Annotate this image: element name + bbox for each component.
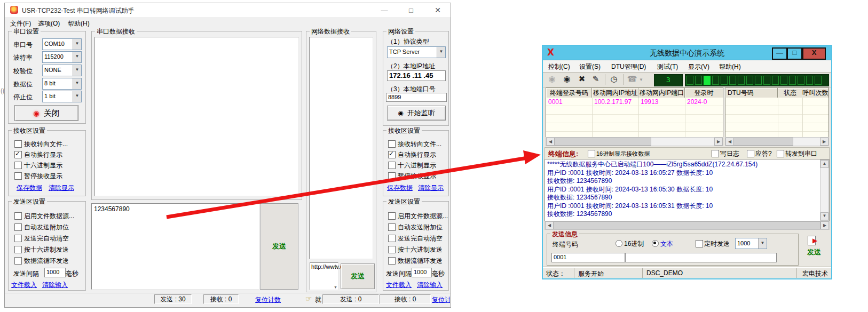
write-log-checkbox[interactable] [712,150,719,157]
net-send-button[interactable]: 发送 [341,263,375,289]
scroll-down-icon[interactable]: ▼ [820,212,828,220]
auto-append-checkbox[interactable] [14,223,22,231]
stop-icon[interactable]: ◉ [561,74,573,84]
net-send-as-hex-checkbox[interactable] [388,246,396,253]
menu-settings[interactable]: 设置(S) [579,62,601,71]
terminal-table-body[interactable]: 0001 100.2.171.97 19913 2024-0 [546,98,723,138]
send-message-button[interactable]: ▶ 发送 [801,236,827,262]
serial-reset-count-link[interactable]: 复位计数 [255,295,281,305]
maximize-button[interactable]: □ [405,6,417,15]
menu-options[interactable]: 选项(O) [38,19,60,28]
serial-recv-area[interactable] [94,37,299,196]
minimize-button[interactable]: — [772,47,787,60]
scrollbar-thumb[interactable] [553,221,820,229]
serial-send-input[interactable]: 1234567890 [91,203,259,290]
file-source-checkbox[interactable] [14,212,22,220]
delete-icon[interactable]: ✖ [576,74,588,84]
stopbits-select[interactable]: 1 bit▼ [42,91,82,102]
connect-icon[interactable]: ◉ [546,74,558,84]
forward-serial-checkbox[interactable] [777,150,784,157]
net-load-file-link[interactable]: 文件载入 [386,281,412,290]
net-clear-display-link[interactable]: 清除显示 [418,183,444,193]
clear-after-send-checkbox[interactable] [14,235,22,242]
chevron-down-icon[interactable]: ▼ [73,39,81,50]
close-button[interactable]: X [802,47,826,60]
log-hscrollbar[interactable]: ◀ ▶ [545,221,830,230]
scroll-down-icon[interactable]: ▼ [334,285,337,289]
clear-input-link[interactable]: 清除输入 [42,281,68,290]
menu-help[interactable]: 帮助(H) [68,19,90,28]
left-titlebar[interactable]: USR-TCP232-Test 串口转网络调试助手 — □ ✕ [5,3,451,17]
scroll-left-icon[interactable]: ◀ [546,138,555,146]
chevron-down-icon[interactable]: ▼ [73,65,81,76]
net-save-data-link[interactable]: 保存数据 [387,183,413,193]
scroll-left-icon[interactable]: ◀ [725,138,734,146]
local-port-input[interactable]: 8899 [386,93,447,102]
menu-dtu-manage[interactable]: DTU管理(D) [611,62,646,71]
net-clear-input-link[interactable]: 清除输入 [417,281,443,290]
scroll-right-icon[interactable]: ▶ [820,221,829,229]
hex-display-recv-checkbox[interactable] [588,150,595,157]
protocol-select[interactable]: TCP Server▼ [387,46,446,58]
local-ip-input[interactable]: 172.16 .11 .45 [387,70,446,81]
col-dtu-number[interactable]: DTU号码 [725,87,778,99]
hex-radio[interactable] [616,240,622,247]
minimize-button[interactable]: — [378,6,390,15]
close-port-button[interactable]: ◉ 关闭 [14,105,78,121]
timed-interval-select[interactable]: 1000▼ [735,238,767,249]
dtu-table-body[interactable] [725,98,829,138]
terminal-table-hscrollbar[interactable]: ◀ ▶ [546,137,723,146]
log-vscrollbar[interactable]: ▲ ▼ [820,159,829,221]
send-as-hex-checkbox[interactable] [14,246,22,253]
right-titlebar[interactable]: Ⅹ 无线数据中心演示系统 — □ X [543,46,831,60]
timed-send-checkbox[interactable] [696,240,703,247]
menu-test[interactable]: 测试(T) [657,62,678,71]
col-mobile-port[interactable]: 移动网内IP端口 [638,87,685,99]
auto-linefeed-checkbox[interactable] [14,151,22,158]
edit-icon[interactable]: ✎ [590,74,602,84]
loop-send-checkbox[interactable] [14,257,22,265]
phone-icon[interactable]: ☎ [626,74,638,84]
net-clear-after-send-checkbox[interactable] [388,235,396,242]
hex-display-checkbox[interactable] [14,162,22,169]
ack-checkbox[interactable] [747,150,754,157]
chevron-down-icon[interactable]: ▼ [73,52,81,62]
col-terminal-id[interactable]: 终端登录号码 [546,87,593,99]
interval-input[interactable]: 1000 [44,268,66,277]
clear-display-link[interactable]: 清除显示 [49,183,74,193]
recv-to-file-checkbox[interactable] [14,140,22,148]
net-interval-input[interactable]: 1000 [412,268,432,277]
maximize-button[interactable]: □ [787,47,802,60]
send-message-input[interactable] [625,253,777,262]
net-file-source-checkbox[interactable] [388,212,396,220]
chevron-down-icon[interactable]: ▼ [73,91,81,102]
col-status[interactable]: 状态 [777,87,803,99]
scroll-right-icon[interactable]: ▶ [820,138,828,146]
chevron-down-icon[interactable]: ▼ [437,47,445,58]
chevron-down-icon[interactable]: ▼ [639,77,643,82]
save-data-link[interactable]: 保存数据 [17,183,42,193]
com-select[interactable]: COM10▼ [42,38,82,50]
net-auto-linefeed-checkbox[interactable] [388,151,396,158]
net-reset-count-link[interactable]: 复位计数 [432,295,450,303]
col-call-count[interactable]: 呼叫次数 [802,87,829,99]
scroll-up-icon[interactable]: ▲ [820,160,828,168]
databits-select[interactable]: 8 bit▼ [42,78,82,90]
scrollbar-thumb[interactable] [733,138,793,146]
net-auto-append-checkbox[interactable] [388,223,396,231]
parity-select[interactable]: NONE▼ [42,65,82,76]
clock-icon[interactable]: ◷ [608,74,620,84]
col-login-time[interactable]: 登录时 [684,87,723,99]
close-button[interactable]: ✕ [432,6,444,15]
terminal-number-input[interactable]: 0001 [551,253,625,262]
scrollbar-thumb[interactable] [554,138,651,146]
net-pause-recv-checkbox[interactable] [388,172,396,180]
dtu-table-hscrollbar[interactable]: ◀ ▶ [725,137,829,146]
text-radio[interactable] [652,240,659,247]
menu-control[interactable]: 控制(C) [548,62,570,71]
net-recv-to-file-checkbox[interactable] [388,140,396,148]
chevron-down-icon[interactable]: ▼ [73,78,81,89]
pause-recv-checkbox[interactable] [14,172,22,180]
net-recv-area[interactable] [309,37,373,259]
scroll-left-icon[interactable]: ◀ [545,221,554,229]
